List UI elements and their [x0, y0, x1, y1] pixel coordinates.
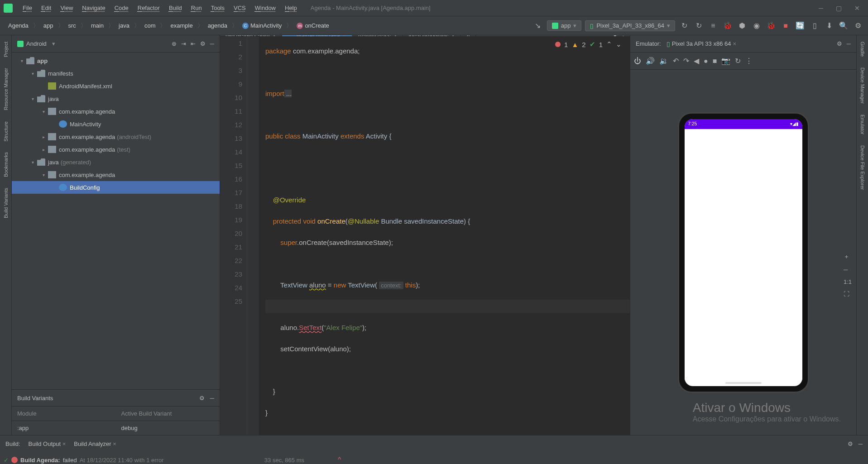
- collapse-all-icon[interactable]: ⇤: [191, 40, 196, 47]
- rail-structure[interactable]: Structure: [2, 119, 10, 144]
- rail-resource-manager[interactable]: Resource Manager: [2, 65, 10, 113]
- breadcrumb[interactable]: Agenda〉 app〉 src〉 main〉 java〉 com〉 examp…: [5, 21, 333, 30]
- close-icon[interactable]: ×: [113, 440, 116, 447]
- minimize-button[interactable]: ─: [819, 5, 823, 12]
- hide-icon[interactable]: ─: [210, 395, 214, 402]
- menu-run[interactable]: Run: [187, 3, 206, 13]
- crumb-app[interactable]: app: [40, 21, 57, 30]
- rail-project[interactable]: Project: [2, 39, 10, 60]
- tree-mainactivity[interactable]: MainActivity: [12, 118, 220, 130]
- tree-manifests[interactable]: ▾manifests: [12, 67, 220, 80]
- device-dropdown[interactable]: ▯Pixel_3a_API_33_x86_64▾: [585, 20, 675, 31]
- menu-build[interactable]: Build: [164, 3, 187, 13]
- phone-nav-pill[interactable]: [725, 382, 762, 384]
- run-button[interactable]: ↻: [679, 20, 690, 31]
- settings-icon[interactable]: ⚙: [853, 20, 863, 31]
- prev-highlight-icon[interactable]: ⌃: [606, 40, 612, 48]
- tree-pkg3[interactable]: ▸com.example.agenda(test): [12, 143, 220, 156]
- stop-button[interactable]: ■: [780, 20, 791, 31]
- crumb-main[interactable]: main: [87, 21, 107, 30]
- coverage-icon[interactable]: ⬢: [737, 20, 748, 31]
- overview-icon[interactable]: ■: [713, 57, 717, 65]
- crumb-agenda2[interactable]: agenda: [204, 21, 231, 30]
- hide-icon[interactable]: ─: [210, 40, 214, 47]
- tree-java-gen[interactable]: ▾java(generated): [12, 156, 220, 168]
- menu-refactor[interactable]: Refactor: [133, 3, 164, 13]
- gear-icon[interactable]: ⚙: [199, 395, 205, 402]
- crumb-com[interactable]: com: [141, 21, 159, 30]
- project-view-dropdown[interactable]: Android▾: [17, 40, 55, 47]
- home-icon[interactable]: ●: [704, 57, 708, 65]
- tree-pkg1[interactable]: ▾com.example.agenda: [12, 105, 220, 118]
- rail-gradle[interactable]: Gradle: [859, 39, 866, 59]
- crumb-src[interactable]: src: [65, 21, 80, 30]
- menu-window[interactable]: Window: [250, 3, 280, 13]
- rotate-left-icon[interactable]: ↶: [673, 57, 679, 65]
- menu-file[interactable]: File: [18, 3, 37, 13]
- run-config-dropdown[interactable]: app▾: [547, 20, 582, 31]
- volume-up-icon[interactable]: 🔊: [646, 57, 655, 65]
- power-icon[interactable]: ⏻: [634, 57, 641, 65]
- crumb-java[interactable]: java: [115, 21, 133, 30]
- maximize-button[interactable]: ▢: [836, 5, 842, 12]
- crumb-agenda[interactable]: Agenda: [5, 21, 32, 30]
- emulator-device-name[interactable]: Pixel 3a API 33 x86 64: [672, 40, 731, 47]
- more-icon[interactable]: ⋮: [745, 57, 753, 65]
- rail-bookmarks[interactable]: Bookmarks: [2, 149, 10, 180]
- gear-icon[interactable]: ⚙: [837, 40, 842, 47]
- build-output-tab[interactable]: Build Output ×: [29, 440, 66, 447]
- gear-icon[interactable]: ⚙: [848, 440, 853, 447]
- zoom-reset-icon[interactable]: 1:1: [844, 278, 852, 285]
- crumb-example[interactable]: example: [167, 21, 196, 30]
- line-gutter[interactable]: 123910111213141516171819202122232425: [220, 37, 247, 435]
- hide-icon[interactable]: ─: [847, 40, 851, 47]
- profile-icon[interactable]: ◉: [751, 20, 762, 31]
- emulator-device-frame[interactable]: 7:25▾◢▮: [678, 112, 809, 393]
- tree-pkg4[interactable]: ▾com.example.agenda: [12, 168, 220, 181]
- close-button[interactable]: ✕: [854, 5, 860, 12]
- debug-icon[interactable]: ≡: [708, 20, 719, 31]
- select-opened-icon[interactable]: ⊕: [172, 40, 177, 47]
- tree-java[interactable]: ▾java: [12, 92, 220, 105]
- build-hammer-icon[interactable]: ↘: [532, 20, 543, 31]
- next-highlight-icon[interactable]: ⌄: [616, 40, 622, 48]
- rail-device-file-explorer[interactable]: Device File Explorer: [859, 143, 866, 192]
- phone-screen-content[interactable]: [685, 129, 802, 380]
- snapshot-icon[interactable]: ↻: [735, 57, 741, 65]
- build-output-text[interactable]: ^ symbol: method SetText(String) locatio…: [308, 452, 868, 464]
- tree-manifest-file[interactable]: AndroidManifest.xml: [12, 80, 220, 92]
- menu-edit[interactable]: Edit: [37, 3, 56, 13]
- debug-button[interactable]: 🐞: [722, 20, 733, 31]
- back-icon[interactable]: ◀: [694, 57, 699, 65]
- rail-emulator[interactable]: Emulator: [859, 112, 866, 137]
- close-icon[interactable]: ×: [62, 440, 66, 447]
- tree-pkg2[interactable]: ▸com.example.agenda(androidTest): [12, 130, 220, 143]
- volume-down-icon[interactable]: 🔉: [659, 57, 668, 65]
- menu-help[interactable]: Help: [280, 3, 302, 13]
- avd-icon[interactable]: ▯: [809, 20, 820, 31]
- close-icon[interactable]: ×: [733, 40, 736, 47]
- screenshot-icon[interactable]: 📷: [721, 57, 730, 65]
- search-icon[interactable]: 🔍: [838, 20, 849, 31]
- zoom-fit-icon[interactable]: ⛶: [844, 291, 852, 297]
- tab-build-gradle[interactable]: uild.gradle (:app)×: [220, 35, 282, 36]
- build-analyzer-tab[interactable]: Build Analyzer ×: [74, 440, 116, 447]
- zoom-in-icon[interactable]: ＋: [844, 253, 852, 261]
- tab-activity-class[interactable]: Activity.class×: [352, 35, 403, 36]
- menu-view[interactable]: View: [56, 3, 77, 13]
- code-editor[interactable]: 123910111213141516171819202122232425 pac…: [220, 37, 630, 435]
- zoom-out-icon[interactable]: ─: [844, 266, 852, 273]
- gear-icon[interactable]: ⚙: [200, 40, 206, 47]
- tree-buildconfig[interactable]: BuildConfig: [12, 181, 220, 194]
- tree-app[interactable]: ▾app: [12, 54, 220, 67]
- attach-debugger-icon[interactable]: 🐞: [766, 20, 777, 31]
- menu-vcs[interactable]: VCS: [229, 3, 250, 13]
- menu-code[interactable]: Code: [110, 3, 133, 13]
- rail-build-variants[interactable]: Build Variants: [2, 185, 10, 221]
- crumb-oncreate[interactable]: monCreate: [293, 21, 332, 30]
- project-tree[interactable]: ▾app ▾manifests AndroidManifest.xml ▾jav…: [12, 53, 220, 389]
- bv-module-value[interactable]: :app: [12, 421, 116, 435]
- inspections-widget[interactable]: 1 ▲2 ✔1 ⌃⌄: [552, 39, 624, 49]
- hide-icon[interactable]: ─: [858, 440, 863, 447]
- expand-all-icon[interactable]: ⇥: [181, 40, 186, 47]
